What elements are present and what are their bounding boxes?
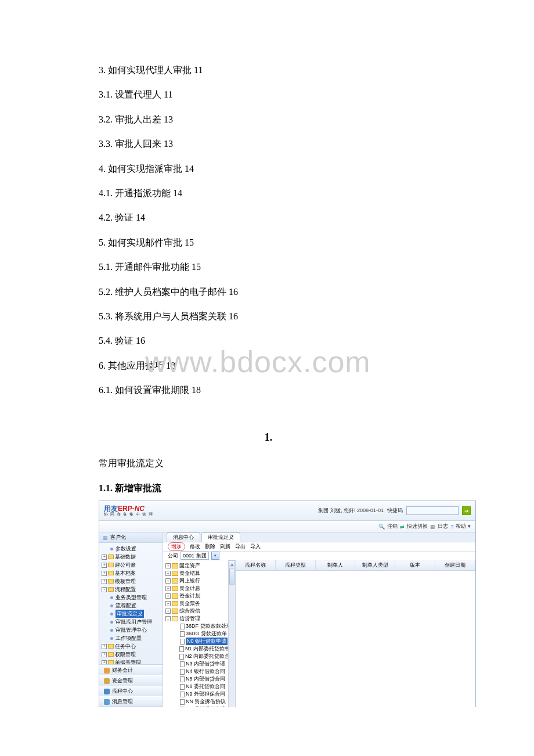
biz-tree-item[interactable]: N5 内部借贷合同 xyxy=(165,675,235,683)
edit-button[interactable]: 修改 xyxy=(190,543,200,550)
file-icon xyxy=(180,676,185,682)
biz-tree-item[interactable]: +综合授信 xyxy=(165,607,235,615)
sidebar-item[interactable]: +单据号管理 xyxy=(102,658,163,664)
biz-tree-item[interactable]: N4 银行借款合同 xyxy=(165,668,235,675)
dot-icon xyxy=(110,613,113,615)
scroll-thumb[interactable] xyxy=(229,568,234,585)
folder-icon xyxy=(108,563,114,567)
expand-icon[interactable]: + xyxy=(165,593,171,599)
toolbar-switch[interactable]: 快速切换 xyxy=(407,523,428,530)
business-tree[interactable]: +固定资产+资金结算+网上银行+资金计息+资金计划+资金票务+综合授信-信贷管理… xyxy=(163,560,236,707)
expand-icon[interactable]: + xyxy=(102,644,107,649)
file-icon xyxy=(180,699,185,705)
expand-icon[interactable]: + xyxy=(102,571,107,576)
sidebar-item[interactable]: +任务中心 xyxy=(102,642,163,650)
biz-tree-item[interactable]: NN 资金拆借协议 xyxy=(165,698,235,705)
biz-tree-item[interactable]: N1 内部委托贷款申请 xyxy=(165,645,235,653)
tree-label: NY 委托贷款申请 xyxy=(186,705,226,707)
biz-tree-item[interactable]: +资金结算 xyxy=(165,570,235,577)
sidebar-item[interactable]: 审批流用户管理 xyxy=(102,618,163,626)
grid-column-header[interactable]: 流程名称 xyxy=(236,560,276,570)
scrollbar[interactable]: ▴ ▾ xyxy=(228,560,235,707)
toolbar-logout[interactable]: 注销 xyxy=(387,523,398,530)
import-button[interactable]: 导入 xyxy=(250,543,261,550)
biz-tree-item[interactable]: N2 内部委托贷款合同 xyxy=(165,653,235,660)
company-input[interactable]: 0001 集团 xyxy=(181,552,209,560)
refresh-button[interactable]: 刷新 xyxy=(220,543,230,550)
sidebar-item[interactable]: 审批管理中心 xyxy=(102,626,163,634)
sidebar-item[interactable]: 参数设置 xyxy=(102,545,163,553)
header-right: 集团 刘猛, 您好! 2008-01-01 快捷码 ➔ xyxy=(318,506,471,515)
sidebar-item[interactable]: 业务类型管理 xyxy=(102,593,163,602)
folder-icon xyxy=(108,555,114,559)
sidebar-item[interactable]: 流程配置 xyxy=(102,602,163,610)
expand-icon[interactable]: - xyxy=(165,616,171,621)
biz-tree-item[interactable]: +固定资产 xyxy=(165,562,235,570)
expand-icon[interactable]: + xyxy=(102,563,107,568)
expand-icon[interactable]: + xyxy=(102,652,107,657)
expand-icon[interactable]: + xyxy=(102,579,107,584)
toolbar-log[interactable]: 日志 xyxy=(438,523,448,530)
biz-tree-item[interactable]: N3 内部借贷申请 xyxy=(165,660,235,668)
biz-tree-item[interactable]: NY 委托贷款申请 xyxy=(165,705,235,707)
biz-tree-item[interactable]: -信贷管理 xyxy=(165,615,235,622)
expand-icon[interactable]: + xyxy=(165,571,171,576)
biz-tree-item[interactable]: N9 外部担保合同 xyxy=(165,690,235,698)
expand-icon[interactable]: + xyxy=(165,609,171,614)
expand-icon[interactable]: + xyxy=(165,563,171,568)
sidebar-item[interactable]: 工作项配置 xyxy=(102,634,163,642)
go-arrow-icon[interactable]: ➔ xyxy=(462,506,471,515)
toc-entry: 5.3. 将系统用户与人员档案关联 16 xyxy=(99,310,438,323)
toolbar-help[interactable]: 帮助 ▾ xyxy=(456,523,471,530)
expand-icon[interactable]: - xyxy=(102,587,107,592)
biz-tree-item[interactable]: +资金计息 xyxy=(165,585,235,592)
sidebar-item[interactable]: +建公司账 xyxy=(102,561,163,569)
delete-button[interactable]: 删除 xyxy=(205,543,215,550)
expand-icon[interactable]: + xyxy=(165,578,171,584)
sidebar-item[interactable]: +基本档案 xyxy=(102,569,163,577)
welcome-text: 集团 刘猛, 您好! 2008-01-01 xyxy=(318,507,384,514)
biz-tree-item[interactable]: N8 委托贷款合同 xyxy=(165,683,235,690)
grid-column-header[interactable]: 创建日期 xyxy=(435,560,475,570)
tab-message-center[interactable]: 消息中心 xyxy=(167,532,200,542)
biz-tree-item[interactable]: +网上银行 xyxy=(165,577,235,585)
biz-tree-item[interactable]: 36DG 贷款还款单 xyxy=(165,630,235,638)
quickcode-label: 快捷码 xyxy=(387,507,403,514)
sidebar-nav-button[interactable]: 财务会计 xyxy=(99,665,163,675)
tab-approval-flow[interactable]: 审批流定义 xyxy=(201,532,240,542)
sidebar-item[interactable]: -流程配置 xyxy=(102,585,163,593)
tree-label: 任务中心 xyxy=(115,642,136,650)
biz-tree-item[interactable]: +资金票务 xyxy=(165,600,235,607)
toc-entry: 5. 如何实现邮件审批 15 xyxy=(99,236,438,249)
sidebar-nav-button[interactable]: 资金管理 xyxy=(99,675,163,686)
search-icon[interactable]: 🔍 xyxy=(378,524,385,530)
tree-label: N0 银行借款申请 xyxy=(186,638,228,645)
expand-icon[interactable]: + xyxy=(165,586,171,591)
quickcode-input[interactable] xyxy=(406,506,459,515)
toc-entry: 6.1. 如何设置审批期限 18 xyxy=(99,384,438,397)
expand-icon[interactable]: + xyxy=(165,601,171,606)
biz-tree-item[interactable]: +资金计划 xyxy=(165,592,235,600)
scroll-up-icon[interactable]: ▴ xyxy=(229,560,235,567)
sidebar-item[interactable]: +基础数据 xyxy=(102,553,163,561)
folder-icon xyxy=(172,571,178,576)
sidebar-nav-button[interactable]: 流程中心 xyxy=(99,686,163,696)
biz-tree-item[interactable]: N0 银行借款申请 xyxy=(165,638,235,645)
export-button[interactable]: 导出 xyxy=(235,543,246,550)
add-button[interactable]: 增加 xyxy=(168,542,185,551)
expand-icon[interactable]: + xyxy=(102,660,107,665)
sidebar-item[interactable]: 审批流定义 xyxy=(102,610,163,618)
dropdown-button[interactable]: ▾ xyxy=(211,552,219,560)
grid-column-header[interactable]: 制单人类型 xyxy=(355,560,395,570)
grid-column-header[interactable]: 流程类型 xyxy=(276,560,316,570)
grid-column-header[interactable]: 制单人 xyxy=(316,560,356,570)
grid-column-header[interactable]: 版本 xyxy=(395,560,435,570)
sidebar-item[interactable]: +模板管理 xyxy=(102,577,163,585)
biz-tree-item[interactable]: 36DF 贷款放款处理 xyxy=(165,622,235,630)
sidebar-item[interactable]: +权限管理 xyxy=(102,650,163,658)
expand-icon[interactable]: + xyxy=(102,555,107,560)
sidebar-nav-button[interactable]: 消息管理 xyxy=(99,696,163,707)
folder-icon xyxy=(172,593,178,599)
nav-label: 资金管理 xyxy=(112,677,133,685)
sidebar-tree[interactable]: 参数设置+基础数据+建公司账+基本档案+模板管理-流程配置业务类型管理流程配置审… xyxy=(99,543,163,664)
